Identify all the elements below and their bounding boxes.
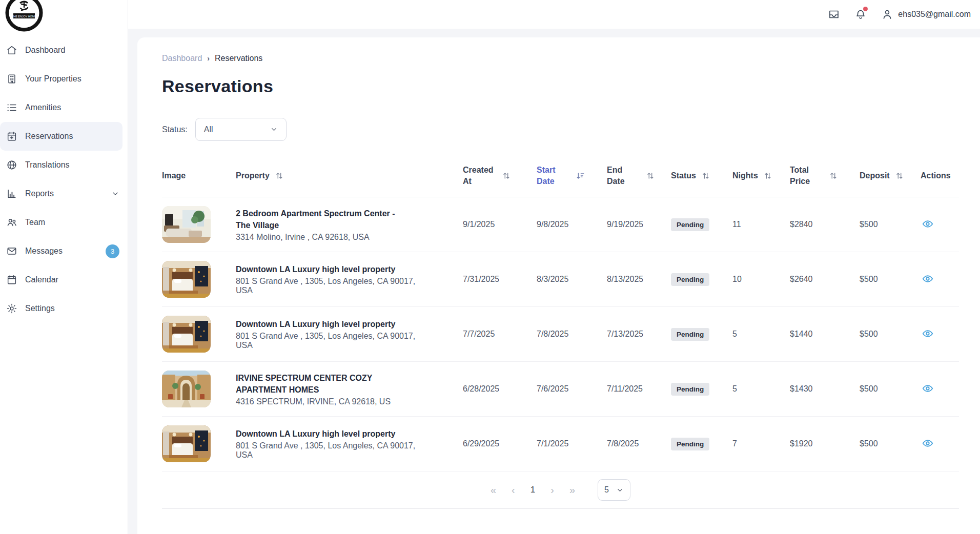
table-row: Downtown LA Luxury high level property80… bbox=[162, 417, 959, 471]
eye-icon bbox=[922, 382, 934, 395]
sort-icon bbox=[763, 171, 772, 180]
property-title: 2 Bedroom Apartment Spectrum Center - Th… bbox=[236, 208, 405, 231]
sidebar-nav: DashboardYour PropertiesAmenitiesReserva… bbox=[0, 36, 128, 323]
table-header-row: ImagePropertyCreated AtStart DateEnd Dat… bbox=[162, 156, 959, 197]
sidebar-item-your-properties[interactable]: Your Properties bbox=[0, 65, 128, 93]
property-title: Downtown LA Luxury high level property bbox=[236, 428, 405, 440]
total-price-cell: $2840 bbox=[790, 197, 860, 252]
sort-icon bbox=[502, 171, 511, 180]
team-icon bbox=[6, 217, 17, 228]
sidebar-item-reports[interactable]: Reports bbox=[0, 179, 128, 208]
column-header-created-at[interactable]: Created At bbox=[463, 156, 537, 197]
end-date-cell: 8/13/2025 bbox=[607, 252, 671, 307]
user-email: ehs035@gmail.com bbox=[898, 10, 971, 19]
column-label: Deposit bbox=[860, 170, 890, 181]
view-reservation-button[interactable] bbox=[921, 217, 935, 231]
status-badge: Pending bbox=[671, 328, 709, 341]
column-header-start-date[interactable]: Start Date bbox=[537, 156, 607, 197]
sort-icon bbox=[701, 171, 710, 180]
sidebar: THE ENJOY HOME DashboardYour PropertiesA… bbox=[0, 0, 128, 534]
column-header-end-date[interactable]: End Date bbox=[607, 156, 671, 197]
total-price-cell: $2640 bbox=[790, 252, 860, 307]
topbar: ehs035@gmail.com bbox=[128, 0, 980, 29]
column-label: Status bbox=[671, 170, 696, 181]
view-reservation-button[interactable] bbox=[921, 436, 935, 450]
view-reservation-button[interactable] bbox=[921, 381, 935, 396]
pagination-next-button[interactable]: › bbox=[550, 485, 554, 495]
pagination-previous-button[interactable]: ‹ bbox=[512, 485, 515, 495]
app-logo[interactable]: THE ENJOY HOME bbox=[3, 0, 45, 34]
sidebar-item-amenities[interactable]: Amenities bbox=[0, 93, 128, 122]
status-filter-select[interactable]: All bbox=[195, 118, 287, 141]
page-size-select[interactable]: 5 bbox=[598, 479, 630, 501]
pagination-last-button[interactable]: » bbox=[569, 485, 575, 495]
pagination-first-button[interactable]: « bbox=[491, 485, 496, 495]
property-title: IRVINE SPECTRUM CENTER COZY APARTMENT HO… bbox=[236, 372, 405, 396]
account-menu[interactable]: ehs035@gmail.com bbox=[881, 8, 971, 20]
column-header-nights[interactable]: Nights bbox=[732, 156, 790, 197]
sidebar-item-settings[interactable]: Settings bbox=[0, 294, 128, 323]
sidebar-item-label: Team bbox=[25, 218, 45, 227]
column-header-image: Image bbox=[162, 156, 236, 197]
calendar-plus-icon bbox=[6, 131, 17, 142]
eye-icon bbox=[922, 273, 934, 285]
end-date-cell: 9/19/2025 bbox=[607, 197, 671, 252]
property-address: 801 S Grand Ave , 1305, Los Angeles, CA … bbox=[236, 332, 420, 350]
logo-banner-text: THE ENJOY HOME bbox=[12, 15, 36, 18]
bar-chart-icon bbox=[6, 188, 17, 199]
column-header-status[interactable]: Status bbox=[671, 156, 732, 197]
view-reservation-button[interactable] bbox=[921, 272, 935, 286]
inbox-icon[interactable] bbox=[828, 8, 840, 20]
sidebar-item-messages[interactable]: Messages3 bbox=[0, 237, 128, 265]
column-header-actions: Actions bbox=[921, 156, 959, 197]
created-at-cell: 9/1/2025 bbox=[463, 197, 537, 252]
user-icon bbox=[881, 8, 893, 20]
table-row: 2 Bedroom Apartment Spectrum Center - Th… bbox=[162, 197, 959, 252]
pagination-page-1-button[interactable]: 1 bbox=[530, 485, 535, 495]
total-price-cell: $1440 bbox=[790, 307, 860, 362]
sidebar-item-dashboard[interactable]: Dashboard bbox=[0, 36, 128, 65]
property-address: 3314 Molino, Irvine , CA 92618, USA bbox=[236, 233, 420, 242]
sort-icon bbox=[275, 171, 284, 180]
status-filter-row: Status: All bbox=[162, 118, 980, 141]
sidebar-item-label: Dashboard bbox=[25, 46, 65, 55]
property-address: 801 S Grand Ave , 1305, Los Angeles, CA … bbox=[236, 277, 420, 295]
column-header-total-price[interactable]: Total Price bbox=[790, 156, 860, 197]
table-row: Downtown LA Luxury high level property80… bbox=[162, 252, 959, 307]
property-thumbnail bbox=[162, 425, 211, 462]
breadcrumb-dashboard-link[interactable]: Dashboard bbox=[162, 54, 202, 63]
start-date-cell: 7/6/2025 bbox=[537, 362, 607, 417]
sidebar-item-team[interactable]: Team bbox=[0, 208, 128, 237]
deposit-cell: $500 bbox=[860, 362, 921, 417]
sidebar-item-label: Calendar bbox=[25, 275, 58, 284]
total-price-cell: $1430 bbox=[790, 362, 860, 417]
notifications-bell-icon[interactable] bbox=[854, 8, 867, 20]
reservations-table: ImagePropertyCreated AtStart DateEnd Dat… bbox=[162, 156, 959, 471]
column-label: Actions bbox=[921, 170, 951, 181]
eye-icon bbox=[922, 218, 934, 230]
property-address: 4316 SPECTRUM, IRVINE, CA 92618, US bbox=[236, 397, 420, 406]
end-date-cell: 7/13/2025 bbox=[607, 307, 671, 362]
nights-cell: 10 bbox=[732, 252, 790, 307]
column-header-deposit[interactable]: Deposit bbox=[860, 156, 921, 197]
sidebar-item-label: Your Properties bbox=[25, 74, 81, 84]
enjoy-home-logo-icon: THE ENJOY HOME bbox=[3, 0, 45, 34]
property-thumbnail bbox=[162, 261, 211, 298]
nights-cell: 7 bbox=[732, 417, 790, 471]
chevron-down-icon bbox=[616, 486, 624, 494]
created-at-cell: 7/31/2025 bbox=[463, 252, 537, 307]
created-at-cell: 6/29/2025 bbox=[463, 417, 537, 471]
building-icon bbox=[6, 73, 17, 85]
sidebar-item-reservations[interactable]: Reservations bbox=[0, 122, 122, 151]
view-reservation-button[interactable] bbox=[921, 326, 935, 341]
status-filter-label: Status: bbox=[162, 125, 188, 134]
sidebar-item-translations[interactable]: Translations bbox=[0, 151, 128, 179]
nights-cell: 5 bbox=[732, 362, 790, 417]
sort-icon bbox=[829, 171, 838, 180]
page-size-value: 5 bbox=[604, 485, 609, 495]
sidebar-item-label: Amenities bbox=[25, 103, 61, 112]
column-header-property[interactable]: Property bbox=[236, 156, 463, 197]
list-icon bbox=[6, 102, 17, 113]
start-date-cell: 7/8/2025 bbox=[537, 307, 607, 362]
sidebar-item-calendar[interactable]: Calendar bbox=[0, 265, 128, 294]
